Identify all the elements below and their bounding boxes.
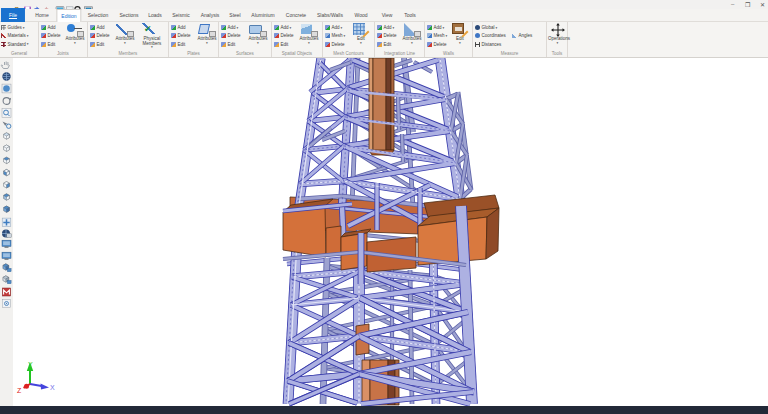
svg-text:Y: Y xyxy=(28,361,33,368)
svg-text:Z: Z xyxy=(17,387,22,394)
svg-text:X: X xyxy=(50,384,55,391)
